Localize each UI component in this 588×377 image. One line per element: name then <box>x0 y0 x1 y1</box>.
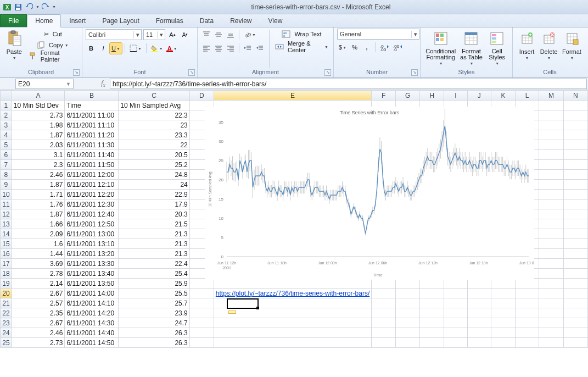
cell-I21[interactable] <box>444 298 467 308</box>
underline-button[interactable]: U▼ <box>110 43 122 54</box>
cell-N11[interactable] <box>563 199 587 209</box>
cell-H22[interactable] <box>420 308 444 318</box>
cell-C6[interactable]: 20.5 <box>119 150 189 160</box>
cell-N1[interactable] <box>563 101 587 110</box>
cell-N10[interactable] <box>563 190 587 199</box>
row-header-21[interactable]: 21 <box>1 298 12 308</box>
cell-B5[interactable]: 6/11/2001 11:30 <box>65 140 119 150</box>
row-header-3[interactable]: 3 <box>1 120 12 130</box>
cell-A24[interactable]: 2.46 <box>12 328 65 338</box>
decrease-font-icon[interactable]: A▾ <box>180 29 191 40</box>
cell-F23[interactable] <box>372 318 396 328</box>
cell-M17[interactable] <box>539 259 564 269</box>
cell-L21[interactable] <box>515 298 539 308</box>
decrease-decimal-icon[interactable]: .00.0 <box>391 42 404 53</box>
cell-G19[interactable] <box>395 279 419 289</box>
cell-C18[interactable]: 25.4 <box>119 269 189 279</box>
tab-view[interactable]: View <box>260 14 291 27</box>
cell-B24[interactable]: 6/11/2001 14:40 <box>65 328 119 338</box>
cell-N4[interactable] <box>563 130 587 140</box>
cell-G23[interactable] <box>395 318 419 328</box>
cell-M16[interactable] <box>539 249 564 259</box>
cell-A20[interactable]: 2.67 <box>12 289 65 298</box>
align-right-icon[interactable] <box>225 43 236 54</box>
cell-M11[interactable] <box>539 199 564 209</box>
copy-button[interactable]: Copy▼ <box>27 40 79 51</box>
row-header-22[interactable]: 22 <box>1 308 12 318</box>
row-header-20[interactable]: 20 <box>1 289 12 298</box>
cell-I22[interactable] <box>444 308 467 318</box>
cell-C4[interactable]: 23.3 <box>119 130 189 140</box>
tab-file[interactable]: File <box>0 14 27 27</box>
cell-G22[interactable] <box>395 308 419 318</box>
cell-M21[interactable] <box>539 298 564 308</box>
row-header-25[interactable]: 25 <box>1 338 12 348</box>
align-bottom-icon[interactable] <box>225 29 236 40</box>
delete-cells-button[interactable]: Delete▼ <box>537 29 560 61</box>
tab-formulas[interactable]: Formulas <box>148 14 192 27</box>
cell-E23[interactable] <box>214 318 371 328</box>
cell-N20[interactable] <box>563 289 587 298</box>
cell-C21[interactable]: 25.7 <box>119 298 189 308</box>
alignment-launcher-icon[interactable]: ↘ <box>324 69 331 76</box>
worksheet[interactable]: ABCDEFGHIJKLMN110 Min Std DevTime10 Min … <box>0 90 588 377</box>
cell-M3[interactable] <box>539 120 564 130</box>
row-header-4[interactable]: 4 <box>1 130 12 140</box>
row-header-1[interactable]: 1 <box>1 101 12 110</box>
cell-N15[interactable] <box>563 239 587 249</box>
cell-M23[interactable] <box>539 318 564 328</box>
cell-K24[interactable] <box>491 328 515 338</box>
cell-H24[interactable] <box>420 328 444 338</box>
align-middle-icon[interactable] <box>213 29 224 40</box>
cell-B9[interactable]: 6/11/2001 12:10 <box>65 180 119 190</box>
cell-C12[interactable]: 20.3 <box>119 209 189 219</box>
cell-D23[interactable] <box>189 318 214 328</box>
cell-N7[interactable] <box>563 160 587 170</box>
tab-home[interactable]: Home <box>27 14 61 27</box>
cell-E24[interactable] <box>214 328 371 338</box>
cell-N13[interactable] <box>563 219 587 229</box>
cell-L20[interactable] <box>515 289 539 298</box>
cell-M14[interactable] <box>539 229 564 239</box>
row-header-13[interactable]: 13 <box>1 219 12 229</box>
cell-M4[interactable] <box>539 130 564 140</box>
cell-F24[interactable] <box>372 328 396 338</box>
cell-N24[interactable] <box>563 328 587 338</box>
cell-M22[interactable] <box>539 308 564 318</box>
cell-C24[interactable]: 26.3 <box>119 328 189 338</box>
row-header-16[interactable]: 16 <box>1 249 12 259</box>
col-header-M[interactable]: M <box>539 91 564 101</box>
formula-input[interactable]: https://plot.ly/~tarzzz/736/time-series-… <box>110 79 587 89</box>
cell-D19[interactable] <box>189 279 214 289</box>
cell-A19[interactable]: 2.14 <box>12 279 65 289</box>
cell-N17[interactable] <box>563 259 587 269</box>
cell-J20[interactable] <box>467 289 491 298</box>
smart-tag-icon[interactable] <box>228 311 236 314</box>
cell-J21[interactable] <box>467 298 491 308</box>
cell-A25[interactable]: 2.73 <box>12 338 65 348</box>
cell-M10[interactable] <box>539 190 564 199</box>
cell-D20[interactable] <box>189 289 214 298</box>
cell-C15[interactable]: 21.3 <box>119 239 189 249</box>
tab-data[interactable]: Data <box>192 14 222 27</box>
cell-F19[interactable] <box>372 279 396 289</box>
percent-format-icon[interactable]: % <box>349 42 360 53</box>
format-painter-button[interactable]: Format Painter <box>27 51 79 62</box>
cell-N19[interactable] <box>563 279 587 289</box>
cell-N25[interactable] <box>563 338 587 348</box>
cell-M24[interactable] <box>539 328 564 338</box>
decrease-indent-icon[interactable] <box>242 43 253 54</box>
comma-format-icon[interactable]: , <box>361 42 372 53</box>
cell-B4[interactable]: 6/11/2001 11:20 <box>65 130 119 140</box>
cell-N21[interactable] <box>563 298 587 308</box>
row-header-5[interactable]: 5 <box>1 140 12 150</box>
cell-A16[interactable]: 1.44 <box>12 249 65 259</box>
col-header-H[interactable]: H <box>420 91 444 101</box>
paste-button[interactable]: Paste ▼ <box>3 29 25 61</box>
cell-B22[interactable]: 6/11/2001 14:20 <box>65 308 119 318</box>
undo-dropdown-icon[interactable]: ▼ <box>36 5 40 9</box>
font-color-button[interactable]: A▼ <box>166 43 179 54</box>
cell-C5[interactable]: 22 <box>119 140 189 150</box>
cell-A4[interactable]: 1.87 <box>12 130 65 140</box>
cell-N16[interactable] <box>563 249 587 259</box>
